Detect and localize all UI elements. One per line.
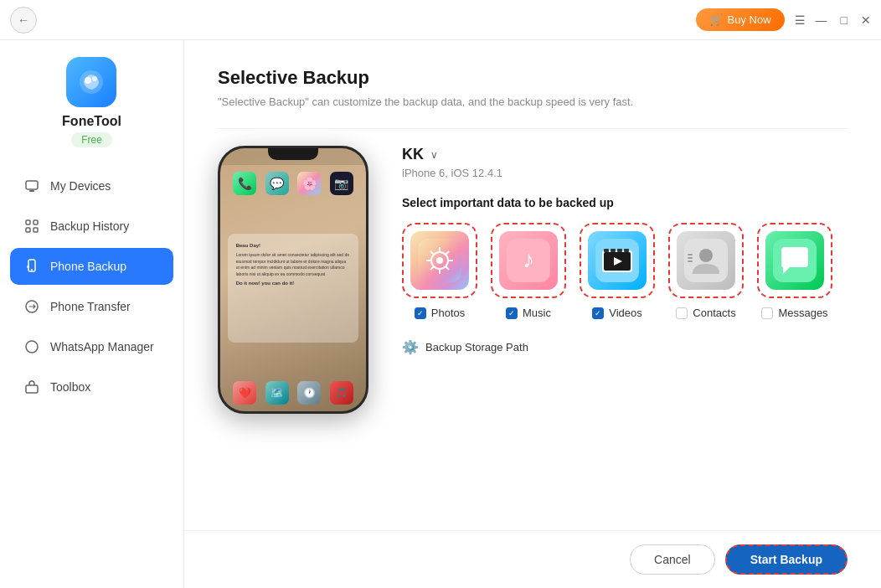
device-info: iPhone 6, iOS 12.4.1	[402, 167, 848, 179]
close-icon[interactable]: ✕	[861, 13, 871, 27]
svg-rect-39	[688, 257, 693, 259]
back-icon: ←	[18, 13, 29, 27]
settings-icon[interactable]: ☰	[795, 13, 806, 27]
music-checkbox[interactable]	[506, 307, 518, 319]
right-panel: KK ∨ iPhone 6, iOS 12.4.1 Select importa…	[402, 146, 848, 355]
storage-path-label: Backup Storage Path	[425, 341, 528, 353]
whatsapp-icon	[23, 338, 40, 355]
svg-point-2	[92, 76, 97, 81]
phone-app-icon: ❤️	[233, 381, 256, 405]
sidebar-item-whatsapp-manager[interactable]: WhatsApp Manager	[10, 328, 173, 365]
logo-icon	[66, 57, 116, 107]
backup-history-icon	[23, 218, 40, 235]
svg-rect-32	[617, 249, 622, 252]
messages-icon	[765, 231, 824, 290]
sidebar-item-label: WhatsApp Manager	[50, 340, 154, 353]
sidebar-item-my-devices[interactable]: My Devices	[10, 168, 173, 204]
window-controls: — □ ✕	[816, 13, 871, 27]
phone-note-area: Beau Day! Lorem ipsum dolor sit amet con…	[228, 234, 359, 343]
messages-label-row: Messages	[761, 307, 827, 319]
messages-label: Messages	[778, 307, 827, 319]
svg-rect-7	[26, 228, 30, 232]
toolbox-icon	[23, 379, 40, 395]
phone-app-icon: 📞	[233, 172, 256, 195]
svg-rect-11	[27, 266, 29, 268]
svg-rect-38	[688, 254, 693, 255]
contacts-icon-wrapper[interactable]	[668, 223, 744, 298]
title-bar-left: ←	[10, 7, 37, 34]
messages-icon-wrapper[interactable]	[757, 223, 832, 298]
videos-label: Videos	[609, 307, 642, 319]
device-name: KK	[402, 146, 424, 163]
start-backup-button[interactable]: Start Backup	[725, 544, 848, 575]
videos-checkbox[interactable]	[592, 307, 604, 319]
sidebar-item-backup-history[interactable]: Backup History	[10, 208, 173, 245]
footer: Cancel Start Backup	[184, 530, 881, 588]
devices-icon	[23, 178, 40, 194]
device-selector[interactable]: KK ∨	[402, 146, 848, 163]
contacts-checkbox[interactable]	[676, 307, 688, 319]
sidebar-item-phone-backup[interactable]: Phone Backup	[10, 248, 173, 285]
page-title: Selective Backup	[218, 67, 848, 89]
phone-app-icon: 💬	[265, 172, 289, 195]
page-subtitle: "Selective Backup" can customize the bac…	[218, 95, 848, 108]
music-label-row: Music	[506, 307, 551, 319]
photos-label-row: Photos	[415, 307, 465, 319]
maximize-icon[interactable]: □	[841, 13, 848, 27]
sidebar-item-toolbox[interactable]: Toolbox	[10, 369, 173, 405]
data-item-messages: Messages	[757, 223, 832, 319]
gear-icon: ⚙️	[402, 339, 419, 355]
phone-area: 📞 💬 🌸 📷 Beau Day! Lorem ipsum dolor sit …	[218, 146, 368, 414]
phone-app-icon: 🗺️	[265, 381, 289, 405]
title-bar: ← 🛒 Buy Now ☰ — □ ✕	[0, 0, 881, 40]
chevron-down-icon: ∨	[430, 149, 438, 161]
phone-content: Beau Day! Lorem ipsum dolor sit amet con…	[220, 199, 366, 378]
contacts-label-row: Contacts	[676, 307, 735, 319]
data-item-music: ♪ Music	[491, 223, 566, 319]
sidebar-item-label: My Devices	[50, 179, 111, 193]
photos-label: Photos	[431, 307, 465, 319]
sidebar-item-label: Phone Transfer	[50, 300, 131, 313]
svg-rect-5	[26, 220, 30, 224]
buy-now-button[interactable]: 🛒 Buy Now	[696, 8, 785, 31]
back-button[interactable]: ←	[10, 7, 37, 34]
storage-path-row[interactable]: ⚙️ Backup Storage Path	[402, 339, 848, 355]
svg-point-10	[31, 269, 33, 271]
sidebar-item-label: Toolbox	[50, 380, 90, 394]
svg-point-1	[85, 77, 91, 84]
sidebar-item-label: Backup History	[50, 219, 129, 233]
photos-icon	[410, 231, 469, 290]
videos-icon-wrapper[interactable]	[580, 223, 655, 298]
data-grid: Photos ♪	[402, 223, 848, 319]
videos-label-row: Videos	[592, 307, 642, 319]
svg-rect-30	[604, 249, 609, 252]
cart-icon: 🛒	[709, 13, 723, 26]
svg-text:♪: ♪	[523, 246, 534, 272]
contacts-label: Contacts	[693, 307, 735, 319]
photos-checkbox[interactable]	[415, 307, 426, 319]
nav-menu: My Devices Backup History	[0, 168, 183, 409]
music-label: Music	[523, 307, 551, 319]
data-item-photos: Photos	[402, 223, 477, 319]
contacts-icon	[677, 231, 735, 290]
cancel-button[interactable]: Cancel	[630, 544, 715, 575]
svg-rect-33	[624, 249, 629, 252]
divider	[218, 128, 848, 129]
messages-checkbox[interactable]	[761, 307, 773, 319]
sidebar: FoneTool Free My Devices	[0, 40, 184, 588]
phone-home-row: 📞 💬 🌸 📷	[220, 165, 366, 199]
svg-rect-40	[688, 260, 693, 262]
phone-screen: 📞 💬 🌸 📷 Beau Day! Lorem ipsum dolor sit …	[220, 148, 366, 411]
sidebar-item-phone-transfer[interactable]: Phone Transfer	[10, 288, 173, 325]
photos-icon-wrapper[interactable]	[402, 223, 477, 298]
svg-point-13	[26, 341, 38, 353]
phone-backup-icon	[23, 258, 40, 275]
music-icon-wrapper[interactable]: ♪	[491, 223, 566, 298]
minimize-icon[interactable]: —	[816, 13, 827, 27]
logo-badge: Free	[71, 132, 112, 147]
logo-name: FoneTool	[62, 114, 121, 129]
logo-area: FoneTool Free	[62, 57, 121, 147]
data-item-contacts: Contacts	[668, 223, 744, 319]
title-bar-right: 🛒 Buy Now ☰ — □ ✕	[696, 8, 872, 31]
phone-app-icon: 🎵	[330, 381, 353, 405]
